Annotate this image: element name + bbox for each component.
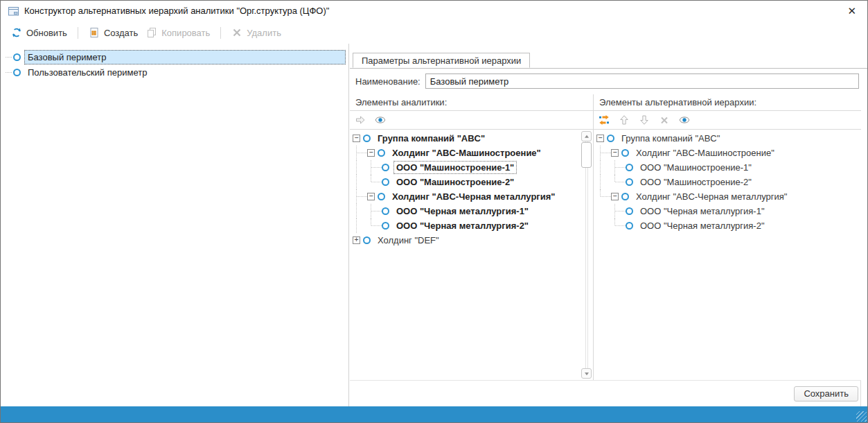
- form-window-icon: [8, 6, 19, 17]
- expand-toggle[interactable]: −: [611, 193, 619, 200]
- analytics-tree: −Группа компаний "ABC"−Холдинг "ABC-Маши…: [350, 130, 593, 380]
- tree-row[interactable]: −Холдинг "ABC-Машиностроение": [353, 146, 593, 160]
- tree-guide: [353, 175, 367, 189]
- eye-icon[interactable]: [679, 114, 690, 126]
- perimeter-item[interactable]: Базовый периметр: [1, 49, 348, 64]
- scrollbar-up-button[interactable]: [581, 131, 592, 141]
- tree-panels: Элементы аналитики: −Группа компаний "AB…: [350, 94, 861, 381]
- node-circle-icon: [626, 178, 633, 186]
- analytics-toolbar: [350, 111, 593, 130]
- eye-icon[interactable]: [375, 114, 386, 126]
- tree-node-label: Холдинг "DEF": [375, 234, 442, 247]
- perimeter-item[interactable]: Пользовательский периметр: [1, 64, 348, 80]
- tree-guide: [353, 218, 367, 233]
- create-button[interactable]: Создать: [85, 25, 142, 40]
- window-title: Конструктор альтернативных иерархий анал…: [24, 1, 329, 21]
- tab-parameters[interactable]: Параметры альтернативной иерархии: [353, 53, 530, 68]
- tree-node-label: ООО "Черная металлургия-1": [393, 205, 531, 218]
- tree-node-label: ООО "Машиностроение-2": [393, 175, 517, 189]
- tree-row[interactable]: ООО "Черная металлургия-2": [596, 218, 861, 233]
- tree-row[interactable]: ООО "Черная металлургия-2": [353, 218, 593, 233]
- tree-node-label: ООО "Черная металлургия-1": [637, 205, 768, 218]
- expand-toggle[interactable]: −: [367, 149, 375, 157]
- tree-guide: [611, 160, 626, 175]
- delete-button-label: Удалить: [247, 28, 281, 38]
- node-circle-icon: [626, 207, 633, 215]
- toolbar-separator: [220, 27, 221, 39]
- node-circle-icon: [607, 135, 614, 142]
- right-pane: Параметры альтернативной иерархии Наимен…: [350, 44, 867, 406]
- tree-row[interactable]: −Группа компаний "ABC": [353, 131, 593, 146]
- expand-toggle[interactable]: −: [596, 135, 604, 142]
- main-toolbar: ОбновитьСоздатьКопироватьУдалить: [1, 21, 867, 44]
- tree-guide: [596, 160, 611, 175]
- swap-icon[interactable]: [599, 114, 610, 126]
- tree-row[interactable]: −Группа компаний "ABC": [596, 131, 861, 146]
- hierarchy-panel: Элементы альтернативной иерархии: −Групп…: [594, 94, 861, 380]
- expand-toggle[interactable]: −: [353, 135, 360, 142]
- node-circle-icon: [382, 178, 389, 186]
- tree-row[interactable]: ООО "Машиностроение-2": [353, 175, 593, 189]
- hierarchy-tree: −Группа компаний "ABC"−Холдинг "ABC-Маши…: [594, 130, 861, 380]
- tree-row[interactable]: −Холдинг "ABC-Черная металлургия": [596, 189, 861, 204]
- tree-guide: [353, 189, 367, 204]
- tree-row[interactable]: −Холдинг "ABC-Черная металлургия": [353, 189, 593, 204]
- node-circle-icon: [363, 236, 371, 244]
- move-down-icon: [639, 114, 650, 126]
- scrollbar-thumb[interactable]: [581, 142, 592, 168]
- node-circle-icon: [382, 222, 389, 230]
- node-circle-icon: [626, 164, 633, 171]
- analytics-header: Элементы аналитики:: [350, 94, 593, 111]
- tab-bar: Параметры альтернативной иерархии: [350, 53, 867, 69]
- delete-button: Удалить: [227, 25, 285, 40]
- close-button[interactable]: ✕: [844, 1, 859, 21]
- perimeter-item-label: Базовый периметр: [24, 50, 346, 64]
- tree-guide: [611, 218, 626, 233]
- copy-button-label: Копировать: [161, 28, 210, 38]
- tree-node-label: ООО "Машиностроение-2": [637, 175, 754, 189]
- tree-line: [6, 72, 12, 73]
- tree-node-label: ООО "Черная металлургия-2": [393, 219, 531, 232]
- scrollbar-down-button[interactable]: [581, 368, 592, 379]
- node-circle-icon: [378, 149, 385, 157]
- tree-node-label: Холдинг "ABC-Черная металлургия": [389, 190, 558, 203]
- toolbar-separator: [78, 27, 78, 39]
- tree-row[interactable]: ООО "Черная металлургия-1": [353, 204, 593, 218]
- save-button[interactable]: Сохранить: [794, 386, 858, 402]
- tree-node-label: Группа компаний "ABC": [619, 132, 723, 145]
- create-button-label: Создать: [104, 28, 138, 38]
- tree-guide: [367, 218, 382, 233]
- delete-icon: [231, 27, 242, 38]
- tree-row[interactable]: −Холдинг "ABC-Машиностроение": [596, 146, 861, 160]
- node-circle-icon: [13, 69, 21, 76]
- tree-row[interactable]: ООО "Черная металлургия-1": [596, 204, 861, 218]
- name-input[interactable]: [425, 74, 859, 89]
- tree-row[interactable]: ООО "Машиностроение-1": [353, 160, 593, 175]
- copy-button: Копировать: [142, 25, 214, 40]
- name-label: Наименование:: [355, 76, 420, 87]
- tree-node-label: Холдинг "ABC-Черная металлургия": [633, 190, 790, 203]
- scrollbar-track[interactable]: [585, 141, 588, 368]
- tree-node-label: Холдинг "ABC-Машиностроение": [633, 146, 777, 159]
- refresh-button[interactable]: Обновить: [7, 25, 71, 40]
- remove-icon: [659, 114, 670, 126]
- tree-node-label: ООО "Машиностроение-1": [393, 161, 517, 174]
- analytics-panel: Элементы аналитики: −Группа компаний "AB…: [350, 94, 594, 380]
- copy-icon: [146, 27, 157, 38]
- node-circle-icon: [382, 207, 389, 215]
- expand-toggle[interactable]: −: [367, 193, 375, 200]
- tree-row[interactable]: ООО "Машиностроение-1": [596, 160, 861, 175]
- status-bar: [1, 406, 867, 422]
- refresh-button-label: Обновить: [26, 28, 67, 38]
- node-circle-icon: [621, 149, 629, 157]
- tree-guide: [353, 160, 367, 175]
- name-field-row: Наименование:: [350, 74, 867, 89]
- tree-guide: [611, 204, 626, 218]
- expand-toggle[interactable]: −: [611, 149, 619, 157]
- move-right-icon: [355, 114, 366, 126]
- tree-row[interactable]: +Холдинг "DEF": [353, 233, 593, 248]
- expand-toggle[interactable]: +: [353, 236, 360, 244]
- tree-guide: [353, 146, 367, 160]
- tree-row[interactable]: ООО "Машиностроение-2": [596, 175, 861, 189]
- resize-grip[interactable]: [856, 411, 867, 422]
